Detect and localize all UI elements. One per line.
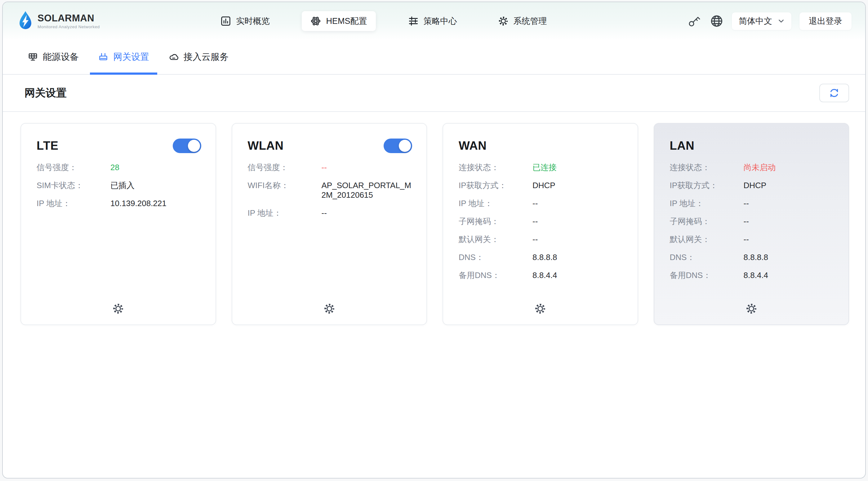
info-value: 已连接 (532, 163, 623, 172)
info-label: IP 地址： (670, 199, 744, 208)
info-row: IP 地址：-- (459, 199, 623, 208)
language-value: 简体中文 (739, 15, 772, 27)
info-value: 尚未启动 (744, 163, 835, 172)
tab-label: 接入云服务 (184, 51, 228, 63)
info-value: 10.139.208.221 (111, 199, 201, 208)
tab-cloud-service[interactable]: 接入云服务 (160, 40, 237, 74)
card-rows: 信号强度：--WIFI名称：AP_SOLAR_PORTAL_M2M_201206… (248, 163, 412, 218)
page-head: 网关设置 (3, 75, 865, 112)
chevron-down-icon (778, 18, 784, 25)
info-label: IP获取方式： (459, 181, 532, 190)
energy-device-icon (28, 52, 38, 62)
nav-label: 系统管理 (514, 15, 547, 27)
info-row: IP 地址：-- (670, 199, 835, 208)
info-value: 8.8.4.4 (532, 270, 623, 280)
card-wlan: WLAN 信号强度：--WIFI名称：AP_SOLAR_PORTAL_M2M_2… (231, 123, 427, 325)
brand-tagline: Monitored Analyzed Networked (37, 25, 100, 29)
info-value: -- (744, 235, 835, 244)
cloud-service-icon (168, 52, 179, 62)
info-value: 8.8.4.4 (744, 270, 835, 280)
tab-gateway-settings[interactable]: 网关设置 (90, 40, 157, 74)
gateway-icon (98, 52, 108, 62)
info-value: 8.8.8.8 (532, 253, 623, 262)
info-row: 备用DNS：8.8.4.4 (459, 270, 623, 280)
info-row: IP 地址：10.139.208.221 (37, 199, 201, 208)
lte-settings-gear-icon[interactable] (111, 301, 125, 316)
page-title: 网关设置 (25, 86, 67, 100)
info-row: 连接状态：已连接 (459, 163, 623, 172)
wan-settings-gear-icon[interactable] (533, 301, 547, 316)
refresh-button[interactable] (819, 84, 849, 102)
info-label: 连接状态： (459, 163, 532, 172)
info-value: 8.8.8.8 (744, 253, 835, 262)
info-label: DNS： (459, 253, 532, 262)
sub-tabbar: 能源设备 网关设置 接入云服务 (3, 40, 865, 75)
info-row: WIFI名称：AP_SOLAR_PORTAL_M2M_20120615 (248, 181, 412, 200)
nav-label: 实时概览 (236, 15, 270, 27)
wlan-toggle[interactable] (383, 138, 412, 153)
info-row: 信号强度：28 (37, 163, 201, 172)
solarman-drop-icon (18, 11, 33, 31)
brand-name: SOLARMAN (37, 13, 100, 24)
nav-item-hems-config[interactable]: HEMS配置 (302, 11, 376, 31)
info-value: DHCP (744, 181, 835, 190)
info-label: DNS： (670, 253, 744, 262)
info-row: DNS：8.8.8.8 (459, 253, 623, 262)
info-value: -- (532, 235, 623, 244)
lan-settings-gear-icon[interactable] (744, 301, 758, 316)
toggle-knob (399, 140, 411, 152)
info-value: 28 (111, 163, 201, 172)
info-label: IP 地址： (37, 199, 111, 208)
card-title: WLAN (248, 139, 284, 153)
lte-toggle[interactable] (173, 138, 201, 153)
info-value: -- (321, 163, 412, 172)
nav-item-realtime-overview[interactable]: 实时概览 (212, 11, 278, 31)
logout-button[interactable]: 退出登录 (800, 12, 851, 30)
info-label: 信号强度： (37, 163, 111, 172)
info-label: WIFI名称： (248, 181, 321, 200)
card-title: LAN (670, 139, 695, 153)
tab-label: 网关设置 (113, 51, 149, 63)
card-title: WAN (459, 139, 487, 153)
strategy-center-icon (408, 16, 418, 26)
info-row: 备用DNS：8.8.4.4 (670, 270, 835, 280)
info-label: 子网掩码： (459, 217, 532, 226)
info-row: 连接状态：尚未启动 (670, 163, 835, 172)
info-label: IP获取方式： (670, 181, 744, 190)
card-title: LTE (37, 139, 58, 153)
nav-item-strategy-center[interactable]: 策略中心 (399, 11, 466, 31)
wlan-settings-gear-icon[interactable] (322, 301, 337, 316)
info-label: 备用DNS： (459, 270, 532, 280)
info-value: -- (321, 208, 412, 218)
info-row: 默认网关：-- (459, 235, 623, 244)
nav-label: HEMS配置 (326, 15, 367, 27)
info-value: -- (744, 217, 835, 226)
card-wan: WAN 连接状态：已连接IP获取方式：DHCPIP 地址：--子网掩码：--默认… (442, 123, 638, 325)
info-label: 信号强度： (248, 163, 321, 172)
globe-icon[interactable] (710, 14, 724, 28)
info-row: IP获取方式：DHCP (670, 181, 835, 190)
info-value: -- (532, 199, 623, 208)
realtime-overview-icon (220, 16, 231, 26)
toggle-knob (188, 140, 200, 152)
info-row: 信号强度：-- (248, 163, 412, 172)
key-icon[interactable] (687, 14, 702, 28)
nav-item-system-management[interactable]: 系统管理 (489, 11, 556, 31)
info-value: -- (532, 217, 623, 226)
system-management-icon (498, 16, 508, 26)
tab-energy-devices[interactable]: 能源设备 (20, 40, 87, 74)
language-selector[interactable]: 简体中文 (732, 12, 792, 30)
card-rows: 信号强度：28SIM卡状态：已插入IP 地址：10.139.208.221 (37, 163, 201, 208)
card-rows: 连接状态：已连接IP获取方式：DHCPIP 地址：--子网掩码：--默认网关：-… (459, 163, 623, 280)
info-value: -- (744, 199, 835, 208)
info-row: DNS：8.8.8.8 (670, 253, 835, 262)
main-nav: 实时概览 HEMS配置 (115, 11, 653, 31)
app-window: SOLARMAN Monitored Analyzed Networked 实时… (2, 2, 866, 479)
info-label: SIM卡状态： (37, 181, 111, 190)
nav-label: 策略中心 (424, 15, 457, 27)
card-lan: LAN 连接状态：尚未启动IP获取方式：DHCPIP 地址：--子网掩码：--默… (654, 123, 849, 325)
tab-label: 能源设备 (43, 51, 79, 63)
info-row: IP获取方式：DHCP (459, 181, 623, 190)
info-value: AP_SOLAR_PORTAL_M2M_20120615 (321, 181, 412, 200)
info-row: SIM卡状态：已插入 (37, 181, 201, 190)
